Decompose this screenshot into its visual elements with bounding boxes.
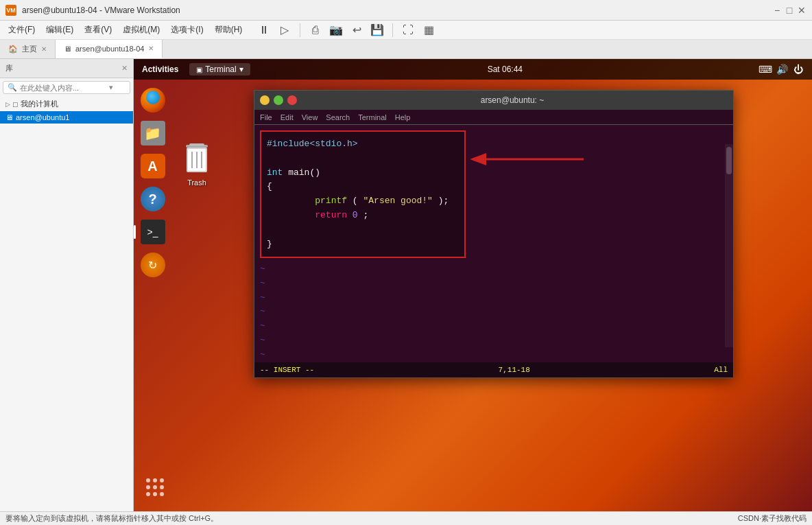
code-line-1: #include<stdio.h> xyxy=(267,137,459,152)
scrollbar-thumb[interactable] xyxy=(726,147,732,174)
ubuntu-tray: ⌨ 🔊 ⏻ xyxy=(760,64,804,75)
terminal-menu-icon: ▣ xyxy=(196,66,202,73)
term-menu-terminal[interactable]: Terminal xyxy=(358,113,387,121)
filemanager-icon: 📁 xyxy=(141,121,165,145)
dock-software[interactable]: A xyxy=(138,151,168,181)
terminal-topbar-button[interactable]: ▣ Terminal ▾ xyxy=(189,63,250,75)
menu-tabs[interactable]: 选项卡(I) xyxy=(165,21,208,38)
tilde-lines: ~~~~~~~~~ xyxy=(260,262,265,362)
code-editor-box: #include<stdio.h> int main() { printf ( … xyxy=(260,130,466,258)
trash-label: Trash xyxy=(187,178,206,187)
menubar: 文件(F) 编辑(E) 查看(V) 虚拟机(M) 选项卡(I) 帮助(H) ⏸ … xyxy=(0,21,812,40)
update-icon: ↻ xyxy=(141,253,165,277)
terminal-title: arsen@ubuntu: ~ xyxy=(297,95,728,105)
panel-title: 库 xyxy=(5,63,13,73)
unity-button[interactable]: ▦ xyxy=(420,22,437,38)
left-panel: 库 ✕ 🔍 ▾ ▷ □ 我的计算机 🖥 arsen@ubuntu1 xyxy=(0,59,134,525)
tab-vm-close[interactable]: ✕ xyxy=(148,45,154,52)
menu-file[interactable]: 文件(F) xyxy=(3,21,40,38)
search-dropdown-icon[interactable]: ▾ xyxy=(109,83,113,92)
vm-tab-icon: 🖥 xyxy=(64,45,71,53)
fullscreen-button[interactable]: ⛶ xyxy=(400,22,416,38)
red-arrow-svg xyxy=(460,139,597,180)
left-panel-header: 库 ✕ xyxy=(0,59,133,78)
titlebar-controls: − □ ✕ xyxy=(772,5,807,15)
terminal-dropdown-icon: ▾ xyxy=(239,65,243,74)
titlebar: VM arsen@ubuntu18-04 - VMware Workstatio… xyxy=(0,0,812,21)
folder-icon: □ xyxy=(13,100,18,108)
pause-button[interactable]: ⏸ xyxy=(256,22,272,38)
term-menu-view[interactable]: View xyxy=(302,113,318,121)
terminal-maximize-button[interactable] xyxy=(274,95,283,105)
tab-home-label: 主页 xyxy=(22,44,37,54)
minimize-button[interactable]: − xyxy=(772,5,782,15)
sound-icon[interactable]: 🔊 xyxy=(776,64,787,75)
term-menu-edit[interactable]: Edit xyxy=(280,113,294,121)
ubuntu-clock: Sat 06:44 xyxy=(250,65,760,74)
clock-text: Sat 06:44 xyxy=(488,65,523,74)
trash-svg xyxy=(184,143,210,175)
expand-icon: ▷ xyxy=(5,101,10,108)
terminal-menu: File Edit View Search Terminal Help xyxy=(254,110,733,125)
tab-home-close[interactable]: ✕ xyxy=(41,45,47,53)
tab-home[interactable]: 🏠 主页 ✕ xyxy=(0,40,56,58)
suspend-button[interactable]: 💾 xyxy=(369,22,385,38)
panel-close-icon[interactable]: ✕ xyxy=(121,64,128,73)
dock-update[interactable]: ↻ xyxy=(138,250,168,280)
term-menu-search[interactable]: Search xyxy=(326,113,350,121)
tree-item-mycomputer[interactable]: ▷ □ 我的计算机 xyxy=(0,97,133,111)
statusbar-right: CSDN·素子找教代码 xyxy=(738,513,807,524)
activities-button[interactable]: Activities xyxy=(142,65,178,74)
tree-item-arsen[interactable]: 🖥 arsen@ubuntu1 xyxy=(0,111,133,124)
terminal-dock-icon: >_ xyxy=(141,220,165,244)
trash-desktop-icon[interactable]: Trash xyxy=(180,141,213,187)
dock-filemanager[interactable]: 📁 xyxy=(138,118,168,148)
tree-label-arsen: arsen@ubuntu1 xyxy=(16,113,69,121)
code-line-2 xyxy=(267,152,459,166)
code-line-8: } xyxy=(267,237,459,252)
terminal-minimize-button[interactable] xyxy=(260,95,270,105)
insert-mode-indicator: -- INSERT -- xyxy=(260,366,314,374)
terminal-window-controls xyxy=(260,95,297,105)
vmware-icon: VM xyxy=(5,5,16,16)
term-menu-file[interactable]: File xyxy=(260,113,272,121)
menu-edit[interactable]: 编辑(E) xyxy=(40,21,79,38)
menu-view[interactable]: 查看(V) xyxy=(79,21,117,38)
close-button[interactable]: ✕ xyxy=(797,5,807,15)
code-line-3: int main() xyxy=(267,166,459,180)
send-ctrlaltdel-button[interactable]: ⎙ xyxy=(307,22,324,38)
statusbar-text: 要将输入定向到该虚拟机，请将鼠标指针移入其中或按 Ctrl+G。 xyxy=(5,513,218,524)
vmware-statusbar: 要将输入定向到该虚拟机，请将鼠标指针移入其中或按 Ctrl+G。 CSDN·素子… xyxy=(0,511,812,525)
dock-terminal[interactable]: >_ xyxy=(138,217,168,247)
power-button[interactable]: ▷ xyxy=(276,22,293,38)
terminal-label: Terminal xyxy=(205,65,236,74)
toolbar-separator-2 xyxy=(392,23,393,37)
network-icon[interactable]: ⌨ xyxy=(760,64,771,75)
code-line-7 xyxy=(267,223,459,237)
appgrid-icon xyxy=(141,473,165,498)
code-line-4: { xyxy=(267,180,459,194)
tab-vm[interactable]: 🖥 arsen@ubuntu18-04 ✕ xyxy=(56,40,163,58)
snapshot-button[interactable]: 📷 xyxy=(328,22,344,38)
menu-vm[interactable]: 虚拟机(M) xyxy=(117,21,165,38)
dock-appgrid[interactable] xyxy=(138,470,168,500)
ubuntu-desktop: Activities ▣ Terminal ▾ Sat 06:44 ⌨ 🔊 ⏻ … xyxy=(134,59,812,511)
vm-icon: 🖥 xyxy=(5,113,13,121)
dock-firefox[interactable] xyxy=(138,85,168,115)
menu-help[interactable]: 帮助(H) xyxy=(209,21,248,38)
search-icon: 🔍 xyxy=(8,83,17,92)
terminal-close-button[interactable] xyxy=(287,95,297,105)
firefox-icon xyxy=(141,88,165,113)
power-tray-icon[interactable]: ⏻ xyxy=(793,64,804,75)
maximize-button[interactable]: □ xyxy=(785,5,794,15)
term-menu-help[interactable]: Help xyxy=(395,113,411,121)
search-input[interactable] xyxy=(20,84,109,92)
terminal-scrollbar[interactable] xyxy=(725,144,733,347)
search-container[interactable]: 🔍 ▾ xyxy=(3,81,130,94)
terminal-window: arsen@ubuntu: ~ File Edit View Search Te… xyxy=(254,90,734,378)
terminal-statusbar: -- INSERT -- 7,11-18 All xyxy=(254,362,733,377)
revert-button[interactable]: ↩ xyxy=(348,22,365,38)
toolbar-separator-1 xyxy=(300,23,300,37)
dock-help[interactable]: ? xyxy=(138,184,168,214)
terminal-body[interactable]: #include<stdio.h> int main() { printf ( … xyxy=(254,125,733,362)
